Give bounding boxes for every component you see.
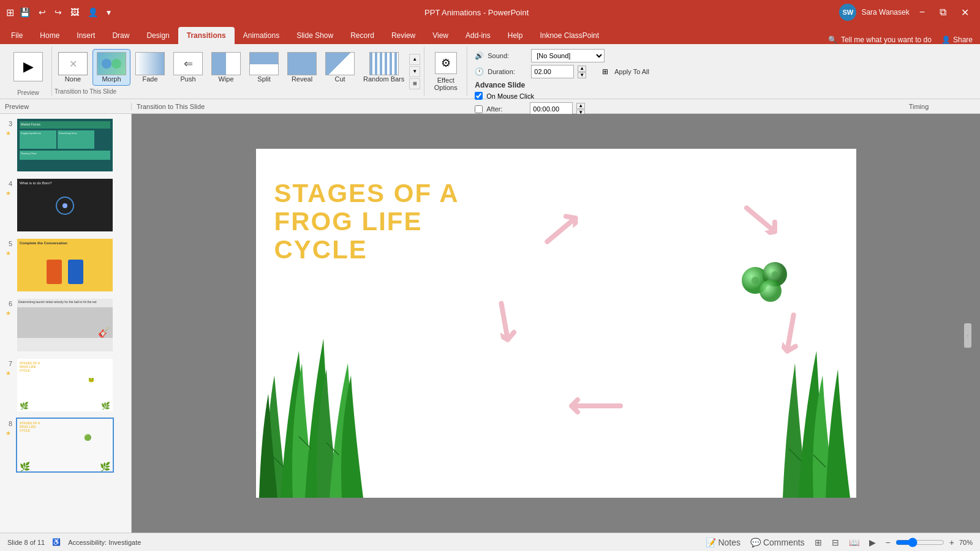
- search-placeholder: Tell me what you want to do: [841, 36, 932, 44]
- svg-point-6: [760, 280, 782, 302]
- effect-options-icon: ⚙: [435, 52, 457, 74]
- tab-insert[interactable]: Insert: [68, 27, 104, 44]
- star-icon-7: ★: [6, 370, 11, 377]
- tab-record[interactable]: Record: [342, 27, 383, 44]
- close-button[interactable]: ✕: [956, 4, 974, 21]
- sound-select[interactable]: [No Sound]: [531, 49, 605, 62]
- slide-item-7[interactable]: 7 ★ STAGES OF AFROG LIFECYCLE 🌿 🌿 🐸: [2, 356, 129, 414]
- tab-file[interactable]: File: [2, 27, 31, 44]
- scroll-more-button[interactable]: ⊞: [409, 78, 420, 89]
- slideshow-button[interactable]: ▶: [867, 536, 878, 549]
- effect-options-label: EffectOptions: [434, 77, 458, 91]
- slide-sorter-button[interactable]: ⊟: [829, 536, 842, 549]
- transition-none-label: None: [65, 75, 81, 83]
- slide-item-4[interactable]: 4 ★ What is to do Born?: [2, 176, 129, 234]
- save-button[interactable]: 💾: [17, 6, 33, 18]
- notes-button[interactable]: 📝 Notes: [703, 536, 743, 549]
- comments-label: Comments: [763, 538, 805, 547]
- slide-item-8[interactable]: 8 ★ STAGES OF AFROG LIFECYCLE 🌿 🌿 🟢: [2, 416, 129, 474]
- slide-num-7: 7: [4, 360, 12, 367]
- transition-reveal-button[interactable]: Reveal: [284, 50, 320, 85]
- star-icon-5: ★: [6, 250, 11, 257]
- normal-view-button[interactable]: ⊞: [812, 536, 824, 549]
- panel-collapse-handle[interactable]: ‹: [964, 323, 971, 348]
- user-avatar[interactable]: SW: [839, 4, 856, 21]
- apply-to-all-button[interactable]: Apply To All: [612, 67, 652, 77]
- tab-home[interactable]: Home: [31, 27, 68, 44]
- duration-up-button[interactable]: ▲: [578, 66, 586, 72]
- zoom-in-button[interactable]: +: [947, 536, 957, 549]
- tab-animations[interactable]: Animations: [235, 27, 288, 44]
- share-button[interactable]: 👤 Share: [937, 36, 978, 44]
- zoom-slider[interactable]: [895, 538, 944, 547]
- reveal-icon: [287, 52, 317, 75]
- slide-thumb-6[interactable]: Determining launch initial velocity for …: [16, 298, 114, 353]
- slide-thumb-8[interactable]: STAGES OF AFROG LIFECYCLE 🌿 🌿 🟢: [16, 418, 114, 473]
- tab-addins[interactable]: Add-ins: [457, 27, 499, 44]
- comments-button[interactable]: 💬 Comments: [748, 536, 807, 549]
- tab-draw[interactable]: Draw: [104, 27, 138, 44]
- advance-slide-row: Advance Slide: [475, 81, 656, 89]
- slide-thumb-5[interactable]: Complete the Conversation: [16, 238, 114, 293]
- scroll-up-button[interactable]: ▲: [409, 54, 420, 65]
- share-icon: 👤: [941, 36, 951, 44]
- slide-item-5[interactable]: 5 ★ Complete the Conversation: [2, 236, 129, 294]
- preview-button[interactable]: ▶: [10, 50, 47, 84]
- thumb-content-7: STAGES OF AFROG LIFECYCLE 🌿 🌿 🐸: [17, 359, 113, 411]
- tab-view[interactable]: View: [424, 27, 457, 44]
- clock-icon: 🕐: [475, 67, 484, 76]
- transitions-list: ✕ None Morph Fade: [55, 49, 408, 86]
- notes-icon: 📝: [706, 538, 716, 547]
- transition-fade-button[interactable]: Fade: [132, 50, 168, 85]
- on-mouse-click-checkbox[interactable]: [475, 92, 483, 100]
- present-button[interactable]: 🖼: [67, 6, 82, 18]
- slide-item-3[interactable]: 3 ★ Market Forces Supply Equilibrium Som…: [2, 116, 129, 174]
- customize-button[interactable]: ▾: [104, 6, 114, 18]
- duration-row: 🕐 Duration: 02.00 ▲ ▼ ⊞ Apply To All: [475, 65, 656, 78]
- search-icon: 🔍: [828, 36, 837, 44]
- arrow-left: [492, 298, 521, 350]
- slide-item-6[interactable]: 6 ★ Determining launch initial velocity …: [2, 296, 129, 354]
- transition-fade-label: Fade: [142, 75, 157, 83]
- tab-transitions[interactable]: Transitions: [178, 27, 235, 44]
- user-button[interactable]: 👤: [85, 6, 101, 18]
- transition-morph-button[interactable]: Morph: [92, 49, 130, 86]
- scroll-down-button[interactable]: ▼: [409, 66, 420, 77]
- svg-point-7: [752, 277, 759, 284]
- svg-rect-3: [250, 64, 279, 75]
- undo-button[interactable]: ↩: [36, 6, 49, 18]
- redo-button[interactable]: ↪: [51, 6, 65, 18]
- transition-split-label: Split: [257, 75, 270, 83]
- section-label-transition: Transition to This Slide: [132, 103, 858, 110]
- tab-design[interactable]: Design: [138, 27, 178, 44]
- tab-slideshow[interactable]: Slide Show: [288, 27, 342, 44]
- minimize-button[interactable]: −: [914, 4, 930, 20]
- slide-thumb-3[interactable]: Market Forces Supply Equilibrium Somethi…: [16, 118, 114, 173]
- zoom-out-button[interactable]: −: [883, 536, 893, 549]
- transition-morph-label: Morph: [102, 75, 121, 83]
- transition-randombars-button[interactable]: Random Bars: [360, 50, 408, 85]
- reading-view-button[interactable]: 📖: [846, 536, 862, 549]
- tab-review[interactable]: Review: [383, 27, 424, 44]
- slide-thumb-7[interactable]: STAGES OF AFROG LIFECYCLE 🌿 🌿 🐸: [16, 358, 114, 413]
- transition-cut-button[interactable]: Cut: [322, 50, 358, 85]
- ribbon-group-preview: ▶ Preview: [5, 47, 52, 96]
- tab-inknoe[interactable]: Inknoe ClassPoint: [531, 27, 608, 44]
- thumb-content-3: Market Forces Supply Equilibrium Somethi…: [17, 119, 113, 171]
- duration-input[interactable]: 02.00: [531, 65, 574, 78]
- push-icon: ⇐: [173, 52, 203, 75]
- ribbon-tabs: File Home Insert Draw Design Transitions…: [0, 24, 980, 44]
- duration-down-button[interactable]: ▼: [578, 72, 586, 78]
- slide-thumb-4[interactable]: What is to do Born?: [16, 178, 114, 233]
- share-label: Share: [953, 36, 973, 44]
- transition-wipe-button[interactable]: Wipe: [208, 50, 244, 85]
- wipe-icon: [211, 52, 241, 75]
- advance-slide-title: Advance Slide: [475, 81, 525, 89]
- transition-none-button[interactable]: ✕ None: [55, 50, 91, 85]
- search-box-wrapper[interactable]: 🔍 Tell me what you want to do: [823, 36, 937, 44]
- effect-options-button[interactable]: ⚙ EffectOptions: [424, 47, 467, 96]
- maximize-button[interactable]: ⧉: [935, 4, 951, 20]
- tab-help[interactable]: Help: [499, 27, 532, 44]
- transition-split-button[interactable]: Split: [246, 50, 282, 85]
- transition-push-button[interactable]: ⇐ Push: [170, 50, 206, 85]
